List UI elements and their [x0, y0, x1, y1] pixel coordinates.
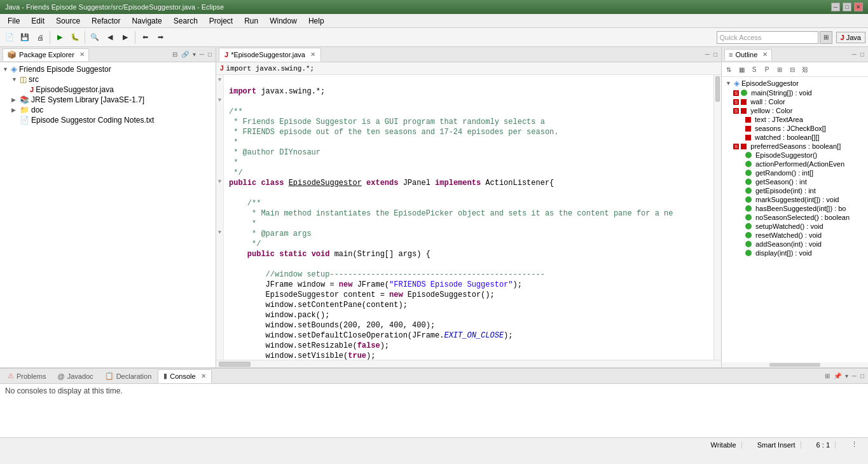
title-bar-controls[interactable]: ─ □ ✕ [831, 3, 863, 11]
menu-navigate[interactable]: Navigate [127, 15, 167, 27]
javadoc-tab[interactable]: @ Javadoc [52, 369, 98, 383]
outline-get-episode[interactable]: getEpisode(int) : int [723, 186, 867, 195]
menu-window[interactable]: Window [265, 15, 302, 27]
minimize-button[interactable]: ─ [831, 3, 840, 11]
print-button[interactable]: 🖨 [33, 31, 47, 44]
collapse-all-button[interactable]: ⊟ [171, 51, 179, 58]
console-pin-button[interactable]: 📌 [832, 372, 843, 379]
package-explorer-tab[interactable]: 📦 Package Explorer ✕ [3, 48, 89, 61]
editor-tab-episode[interactable]: J *EpisodeSuggestor.java ✕ [219, 48, 321, 62]
outline-add-season[interactable]: addSeason(int) : void [723, 240, 867, 249]
tree-item-notes[interactable]: 📄 Episode Suggestor Coding Notes.txt [1, 115, 214, 125]
menu-help[interactable]: Help [303, 15, 329, 27]
minimize-left-button[interactable]: ─ [198, 51, 205, 58]
outline-setup-watched[interactable]: setupWatched() : void [723, 222, 867, 231]
close-button[interactable]: ✕ [854, 3, 863, 11]
outline-has-been[interactable]: hasBeenSuggested(int[]) : bo [723, 204, 867, 213]
console-open-button[interactable]: ⊞ [823, 372, 831, 379]
editor-scrollbar-horizontal[interactable] [216, 360, 721, 367]
outline-scrollbar[interactable] [722, 362, 868, 367]
view-menu-button[interactable]: ▾ [191, 51, 197, 58]
menu-refactor[interactable]: Refactor [86, 15, 125, 27]
outline-hide-nonpublic-button[interactable]: P [761, 64, 773, 75]
bottom-maximize-button[interactable]: □ [859, 372, 865, 379]
outline-minimize-button[interactable]: ─ [851, 51, 858, 58]
tree-item-src[interactable]: ▼ ◫ src [1, 74, 214, 85]
outline-expand-all-button[interactable]: ⊞ [774, 64, 785, 75]
outline-scroll-thumb[interactable] [769, 363, 820, 367]
maximize-left-button[interactable]: □ [207, 51, 213, 58]
java-perspective-button[interactable]: J Java [836, 32, 865, 43]
outline-sort-button[interactable]: ⇅ [723, 64, 734, 75]
debug-button[interactable]: 🐛 [68, 31, 82, 44]
link-editor-button[interactable]: 🔗 [180, 51, 190, 58]
menu-run[interactable]: Run [239, 15, 263, 27]
outline-class[interactable]: ▼ ◈ EpisodeSuggestor [723, 78, 867, 88]
console-tab[interactable]: ▮ Console ✕ [158, 369, 211, 383]
fold-marker-2[interactable]: ▼ [216, 95, 223, 106]
tree-item-java-file[interactable]: J EpisodeSuggestor.java [1, 85, 214, 95]
outline-maximize-button[interactable]: □ [859, 51, 865, 58]
save-button[interactable]: 💾 [18, 31, 32, 44]
outline-text[interactable]: text : JTextArea [723, 115, 867, 124]
editor-content[interactable]: ▼ ▼ ▼ ▼ import javax.swing.*; /** * Frie [216, 75, 721, 360]
package-explorer-close-icon[interactable]: ✕ [79, 51, 85, 58]
outline-hide-fields-button[interactable]: ▦ [736, 64, 747, 75]
outline-main[interactable]: S main(String[]) : void [723, 88, 867, 97]
outline-no-season[interactable]: noSeasonSelected() : boolean [723, 213, 867, 222]
h-scrollbar-thumb[interactable] [219, 362, 251, 367]
new-button[interactable]: 📄 [3, 31, 17, 44]
back-button[interactable]: ◀ [103, 31, 117, 44]
scrollbar-thumb[interactable] [715, 76, 720, 102]
console-settings-button[interactable]: ▾ [844, 372, 850, 379]
run-button[interactable]: ▶ [53, 31, 67, 44]
outline-constructor[interactable]: EpisodeSuggestor() [723, 151, 867, 160]
menu-project[interactable]: Project [204, 15, 238, 27]
outline-mark-suggested[interactable]: markSuggested(int[]) : void [723, 195, 867, 204]
next-edit-button[interactable]: ➡ [153, 31, 167, 44]
editor-maximize-button[interactable]: □ [712, 51, 719, 58]
fold-marker-3[interactable]: ▼ [216, 177, 223, 187]
outline-action-performed[interactable]: actionPerformed(ActionEven [723, 160, 867, 168]
declaration-tab[interactable]: 📋 Declaration [100, 369, 157, 383]
menu-search[interactable]: Search [169, 15, 203, 27]
outline-reset-watched[interactable]: resetWatched() : void [723, 231, 867, 240]
outline-seasons[interactable]: seasons : JCheckBox[] [723, 124, 867, 133]
class-expand-arrow[interactable]: ▼ [726, 80, 732, 86]
outline-preferred[interactable]: S preferredSeasons : boolean[] [723, 142, 867, 151]
tree-item-project[interactable]: ▼ ◈ Friends Episode Suggestor [1, 64, 214, 74]
outline-watched[interactable]: watched : boolean[][] [723, 133, 867, 142]
outline-collapse-all-button[interactable]: ⊟ [787, 64, 798, 75]
console-close-icon[interactable]: ✕ [201, 372, 206, 379]
search-button[interactable]: 🔍 [88, 31, 102, 44]
outline-yellow[interactable]: S yellow : Color [723, 106, 867, 115]
maximize-button[interactable]: □ [843, 3, 851, 11]
bottom-minimize-button[interactable]: ─ [851, 372, 858, 379]
outline-get-season[interactable]: getSeason() : int [723, 177, 867, 186]
fold-marker-1[interactable]: ▼ [216, 75, 223, 85]
outline-hide-static-button[interactable]: S [748, 64, 760, 75]
menu-source[interactable]: Source [51, 15, 85, 27]
prev-edit-button[interactable]: ⬅ [138, 31, 152, 44]
perspective-toggle[interactable]: ⊞ [820, 31, 832, 44]
outline-wall[interactable]: S wall : Color [723, 97, 867, 106]
doc-expand-arrow[interactable]: ▶ [11, 107, 18, 113]
outline-display[interactable]: display(int[]) : void [723, 249, 867, 257]
forward-button[interactable]: ▶ [118, 31, 132, 44]
outline-close-icon[interactable]: ✕ [762, 51, 768, 58]
problems-tab[interactable]: ⚠ Problems [3, 369, 51, 383]
outline-get-random[interactable]: getRandom() : int[] [723, 168, 867, 177]
outline-link-editor-button[interactable]: ⛓ [799, 64, 811, 75]
menu-edit[interactable]: Edit [26, 15, 50, 27]
editor-scrollbar-vertical[interactable] [713, 75, 721, 360]
project-expand-arrow[interactable]: ▼ [3, 66, 9, 72]
jre-expand-arrow[interactable]: ▶ [11, 97, 18, 103]
editor-minimize-button[interactable]: ─ [704, 51, 711, 58]
src-expand-arrow[interactable]: ▼ [11, 76, 18, 83]
tree-item-jre[interactable]: ▶ 📚 JRE System Library [JavaSE-1.7] [1, 95, 214, 105]
outline-tab[interactable]: ≡ Outline ✕ [724, 49, 772, 60]
fold-marker-4[interactable]: ▼ [216, 228, 223, 238]
menu-file[interactable]: File [3, 15, 25, 27]
tree-item-doc[interactable]: ▶ 📁 doc [1, 105, 214, 115]
editor-tab-close-icon[interactable]: ✕ [310, 51, 315, 58]
